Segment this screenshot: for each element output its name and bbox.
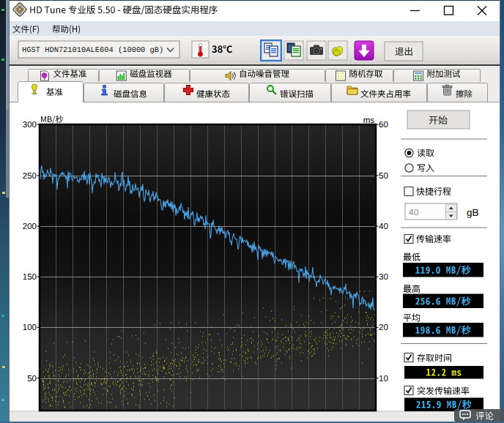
svg-text:150: 150: [23, 273, 37, 282]
svg-text:50: 50: [27, 375, 37, 383]
svg-text:300: 300: [23, 121, 37, 130]
svg-text:60: 60: [379, 121, 388, 130]
svg-text:50: 50: [379, 172, 388, 181]
svg-text:40: 40: [379, 222, 388, 231]
svg-text:30: 30: [379, 273, 388, 282]
svg-text:HGST HDN721010ALE604 (10000 gB: HGST HDN721010ALE604 (10000 gB): [22, 46, 163, 55]
svg-text:ms: ms: [363, 116, 375, 125]
svg-text:20: 20: [379, 323, 388, 332]
svg-text:10: 10: [379, 375, 388, 383]
svg-text:250: 250: [23, 172, 37, 181]
svg-text:100: 100: [23, 323, 37, 332]
svg-text:gB: gB: [467, 207, 479, 218]
svg-text:200: 200: [23, 222, 37, 231]
svg-text:40: 40: [409, 207, 419, 217]
